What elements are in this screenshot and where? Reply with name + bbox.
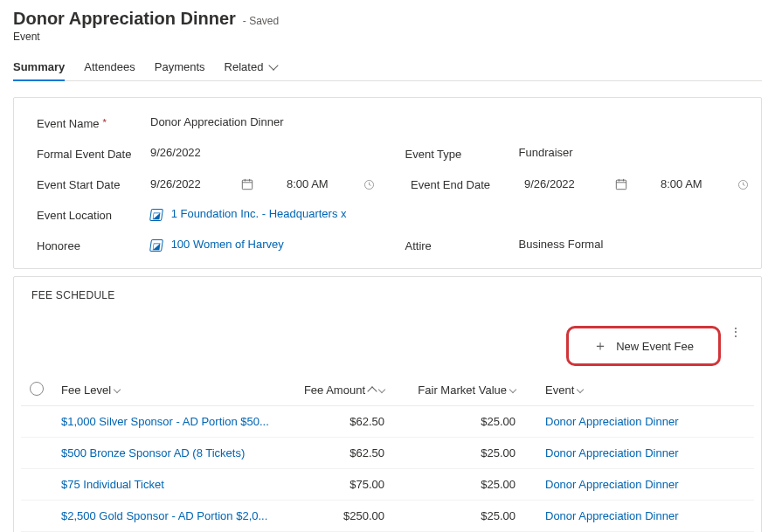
label-location: Event Location: [37, 207, 150, 222]
col-fmv[interactable]: Fair Market Value: [393, 375, 524, 406]
honoree-link[interactable]: 100 Women of Harvey: [171, 238, 284, 251]
new-event-fee-label: New Event Fee: [616, 340, 694, 353]
new-event-fee-button[interactable]: ＋ New Event Fee: [581, 334, 706, 358]
tab-payments[interactable]: Payments: [155, 55, 205, 80]
fee-amount-cell: $62.50: [288, 438, 393, 469]
clock-icon[interactable]: [737, 179, 750, 190]
fmv-cell: $25.00: [393, 438, 524, 469]
start-date-text: 9/26/2022: [150, 177, 229, 190]
value-event-type[interactable]: Fundraiser: [519, 146, 739, 161]
entity-icon: ◪: [149, 239, 163, 252]
sort-ascending-icon: [367, 386, 377, 396]
fee-level-link[interactable]: $1,000 Silver Sponsor - AD Portion $50..…: [61, 415, 269, 428]
calendar-icon[interactable]: [615, 178, 627, 190]
event-link[interactable]: Donor Appreciation Dinner: [545, 509, 678, 522]
table-row[interactable]: $75 Individual Ticket$75.00$25.00Donor A…: [21, 469, 754, 501]
fee-level-link[interactable]: $500 Bronze Sponsor AD (8 Tickets): [61, 446, 245, 459]
svg-rect-0: [242, 180, 252, 190]
label-honoree: Honoree: [37, 238, 150, 252]
fee-amount-cell: $250.00: [288, 501, 393, 532]
event-link[interactable]: Donor Appreciation Dinner: [545, 478, 678, 491]
fee-schedule-title: FEE SCHEDULE: [21, 289, 754, 301]
tab-related-label: Related: [225, 60, 264, 73]
saved-indicator: - Saved: [243, 15, 279, 27]
label-start-date: Event Start Date: [37, 176, 150, 191]
value-honoree[interactable]: ◪ 100 Women of Harvey: [150, 238, 370, 252]
more-commands-button[interactable]: ⋮: [730, 326, 742, 366]
callout-highlight: ＋ New Event Fee: [566, 326, 721, 366]
value-attire[interactable]: Business Formal: [519, 238, 739, 252]
svg-rect-7: [616, 180, 626, 190]
value-start-date[interactable]: 9/26/2022 8:00 AM: [150, 176, 376, 191]
value-formal-date[interactable]: 9/26/2022: [150, 146, 370, 161]
plus-icon: ＋: [593, 339, 607, 353]
col-fee-level[interactable]: Fee Level: [52, 375, 288, 406]
page-title: Donor Appreciation Dinner: [13, 9, 236, 29]
chevron-down-icon: [114, 386, 121, 393]
svg-line-6: [370, 185, 371, 186]
event-link[interactable]: Donor Appreciation Dinner: [545, 415, 678, 428]
event-form-card: Event Name* Donor Appreciation Dinner Fo…: [13, 97, 762, 269]
entity-icon: ◪: [149, 209, 163, 221]
label-event-type: Event Type: [405, 146, 519, 161]
value-event-name[interactable]: Donor Appreciation Dinner: [150, 115, 370, 130]
location-link[interactable]: 1 Foundation Inc. - Headquarters x: [171, 207, 347, 220]
chevron-down-icon: [268, 60, 278, 70]
end-date-text: 9/26/2022: [524, 177, 603, 190]
fee-schedule-card: FEE SCHEDULE ＋ New Event Fee ⋮ Fee Level…: [13, 276, 762, 532]
svg-line-13: [744, 185, 745, 186]
row-selector[interactable]: [21, 406, 52, 438]
tab-attendees[interactable]: Attendees: [84, 55, 135, 80]
col-event[interactable]: Event: [524, 375, 754, 406]
tab-related[interactable]: Related: [225, 55, 277, 80]
table-row[interactable]: $500 Bronze Sponsor AD (8 Tickets)$62.50…: [21, 438, 754, 469]
value-location[interactable]: ◪ 1 Foundation Inc. - Headquarters x: [150, 207, 370, 222]
value-end-date[interactable]: 9/26/2022 8:00 AM: [524, 176, 750, 191]
chevron-down-icon: [577, 386, 584, 393]
fee-schedule-grid: Fee Level Fee Amount Fair Market Value E…: [21, 375, 754, 532]
table-row[interactable]: $1,000 Silver Sponsor - AD Portion $50..…: [21, 406, 754, 438]
tab-bar: Summary Attendees Payments Related: [13, 55, 762, 81]
row-selector[interactable]: [21, 438, 52, 469]
fee-level-link[interactable]: $2,500 Gold Sponsor - AD Portion $2,0...: [61, 509, 267, 522]
row-selector[interactable]: [21, 501, 52, 532]
fee-amount-cell: $62.50: [288, 406, 393, 438]
fmv-cell: $25.00: [393, 469, 524, 501]
label-attire: Attire: [405, 238, 519, 252]
chevron-down-icon: [378, 386, 385, 393]
end-time-text: 8:00 AM: [661, 177, 713, 190]
label-formal-date: Formal Event Date: [37, 146, 150, 161]
row-selector[interactable]: [21, 469, 52, 501]
table-row[interactable]: $2,500 Gold Sponsor - AD Portion $2,0...…: [21, 501, 754, 532]
tab-summary[interactable]: Summary: [13, 55, 65, 80]
required-marker: *: [103, 117, 107, 128]
event-link[interactable]: Donor Appreciation Dinner: [545, 446, 678, 459]
select-all-header[interactable]: [21, 375, 52, 406]
chevron-down-icon: [509, 386, 516, 393]
col-fee-amount[interactable]: Fee Amount: [288, 375, 393, 406]
label-event-name: Event Name*: [37, 115, 150, 130]
fee-amount-cell: $75.00: [288, 469, 393, 501]
fmv-cell: $25.00: [393, 406, 524, 438]
fmv-cell: $25.00: [393, 501, 524, 532]
fee-level-link[interactable]: $75 Individual Ticket: [61, 478, 164, 491]
label-end-date: Event End Date: [411, 176, 524, 191]
clock-icon[interactable]: [363, 179, 376, 190]
calendar-icon[interactable]: [241, 178, 253, 190]
start-time-text: 8:00 AM: [287, 177, 339, 190]
entity-type-label: Event: [13, 31, 762, 43]
